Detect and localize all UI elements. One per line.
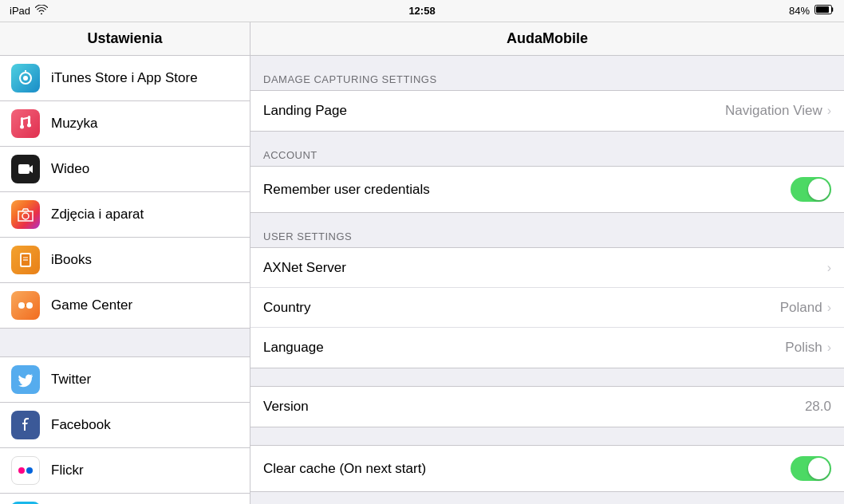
- version-right: 28.0: [805, 399, 831, 415]
- status-bar: iPad 12:58 84%: [0, 0, 844, 22]
- svg-rect-1: [816, 6, 829, 13]
- ibooks-label: iBooks: [51, 252, 92, 268]
- svg-point-21: [26, 467, 33, 474]
- main-layout: Ustawienia iTunes Store i App Store Muzy…: [0, 22, 844, 504]
- language-value-text: Polish: [785, 340, 822, 356]
- account-section-title: ACCOUNT: [250, 149, 844, 166]
- country-right: Poland ›: [780, 300, 831, 316]
- damage-section-body: Landing Page Navigation View ›: [250, 90, 844, 132]
- damage-section-title: DAMAGE CAPTURING SETTINGS: [250, 73, 844, 90]
- battery-label: 84%: [789, 5, 810, 17]
- sidebar: Ustawienia iTunes Store i App Store Muzy…: [0, 22, 250, 504]
- svg-point-3: [23, 76, 28, 81]
- language-right: Polish ›: [785, 340, 831, 356]
- axnet-server-right: ›: [827, 261, 831, 275]
- sidebar-item-wideo[interactable]: Wideo: [0, 147, 250, 192]
- status-time: 12:58: [408, 5, 435, 17]
- gamecenter-label: Game Center: [51, 297, 132, 313]
- ibooks-icon: [11, 246, 40, 274]
- damage-section: DAMAGE CAPTURING SETTINGS Landing Page N…: [250, 73, 844, 132]
- sidebar-item-ibooks[interactable]: iBooks: [0, 238, 250, 283]
- facebook-icon: [11, 411, 40, 439]
- version-section-body: Version 28.0: [250, 386, 844, 427]
- version-value-text: 28.0: [805, 399, 831, 415]
- wideo-icon: [11, 155, 40, 183]
- muzyka-icon: [11, 109, 40, 138]
- country-chevron: ›: [827, 301, 831, 315]
- svg-point-20: [18, 467, 25, 474]
- itunes-icon: [11, 64, 40, 93]
- twitter-icon: [11, 365, 40, 394]
- sidebar-item-flickr[interactable]: Flickr: [0, 448, 250, 494]
- svg-point-18: [26, 302, 33, 309]
- sidebar-item-muzyka[interactable]: Muzyka: [0, 101, 250, 147]
- ipad-label: iPad: [10, 5, 30, 17]
- axnet-server-chevron: ›: [827, 261, 831, 275]
- svg-rect-10: [18, 164, 30, 174]
- content-title: AudaMobile: [250, 22, 844, 56]
- version-label: Version: [263, 399, 309, 415]
- zdjecia-icon: [11, 200, 40, 229]
- sidebar-list: iTunes Store i App Store Muzyka Wideo: [0, 56, 250, 504]
- toggle-knob: [808, 179, 830, 200]
- wifi-icon: [35, 5, 48, 17]
- svg-marker-11: [30, 165, 33, 173]
- language-row[interactable]: Language Polish ›: [250, 328, 844, 368]
- twitter-label: Twitter: [51, 372, 91, 388]
- status-left: iPad: [10, 5, 48, 17]
- language-chevron: ›: [827, 341, 831, 355]
- remember-credentials-row: Remember user credentials: [250, 167, 844, 212]
- flickr-icon: [11, 456, 40, 485]
- account-section: ACCOUNT Remember user credentials: [250, 149, 844, 213]
- user-settings-section-title: USER SETTINGS: [250, 230, 844, 247]
- country-label: Country: [263, 300, 311, 316]
- landing-page-value: Navigation View ›: [725, 103, 831, 119]
- landing-page-value-text: Navigation View: [725, 103, 822, 119]
- sidebar-item-itunes[interactable]: iTunes Store i App Store: [0, 56, 250, 101]
- clear-cache-toggle[interactable]: [791, 456, 831, 481]
- user-settings-section: USER SETTINGS AXNet Server › Country Pol…: [250, 230, 844, 368]
- sidebar-item-facebook[interactable]: Facebook: [0, 403, 250, 448]
- sidebar-title: Ustawienia: [0, 22, 250, 56]
- landing-page-row[interactable]: Landing Page Navigation View ›: [250, 91, 844, 131]
- content-panel: AudaMobile DAMAGE CAPTURING SETTINGS Lan…: [250, 22, 844, 504]
- status-right: 84%: [789, 5, 834, 17]
- sidebar-item-twitter[interactable]: Twitter: [0, 357, 250, 403]
- svg-point-9: [27, 124, 31, 128]
- sidebar-item-vimeo[interactable]: Vimeo: [0, 494, 250, 504]
- muzyka-label: Muzyka: [51, 116, 98, 132]
- country-row[interactable]: Country Poland ›: [250, 288, 844, 328]
- clear-cache-toggle-knob: [808, 458, 830, 479]
- cache-section: Clear cache (On next start): [250, 445, 844, 492]
- user-settings-section-body: AXNet Server › Country Poland › Language: [250, 247, 844, 368]
- axnet-server-label: AXNet Server: [263, 260, 346, 276]
- version-section: Version 28.0: [250, 386, 844, 427]
- sidebar-item-gamecenter[interactable]: Game Center: [0, 283, 250, 329]
- battery-icon: [814, 5, 834, 17]
- cache-section-body: Clear cache (On next start): [250, 445, 844, 492]
- itunes-label: iTunes Store i App Store: [51, 70, 198, 86]
- sidebar-item-zdjecia[interactable]: Zdjęcia i aparat: [0, 192, 250, 238]
- gamecenter-icon: [11, 291, 40, 320]
- facebook-label: Facebook: [51, 417, 111, 433]
- clear-cache-row: Clear cache (On next start): [250, 446, 844, 491]
- landing-page-label: Landing Page: [263, 103, 347, 119]
- sidebar-divider: [0, 329, 250, 357]
- clear-cache-label: Clear cache (On next start): [263, 461, 426, 477]
- remember-credentials-toggle[interactable]: [791, 177, 831, 202]
- zdjecia-label: Zdjęcia i aparat: [51, 207, 144, 222]
- country-value-text: Poland: [780, 300, 822, 316]
- svg-point-17: [18, 302, 25, 309]
- account-section-body: Remember user credentials: [250, 166, 844, 213]
- language-label: Language: [263, 340, 324, 356]
- wideo-label: Wideo: [51, 161, 89, 177]
- svg-point-12: [22, 213, 29, 219]
- remember-credentials-label: Remember user credentials: [263, 182, 430, 198]
- flickr-label: Flickr: [51, 463, 84, 478]
- axnet-server-row[interactable]: AXNet Server ›: [250, 248, 844, 288]
- svg-point-8: [20, 125, 24, 129]
- landing-page-chevron: ›: [827, 104, 831, 118]
- version-row: Version 28.0: [250, 387, 844, 427]
